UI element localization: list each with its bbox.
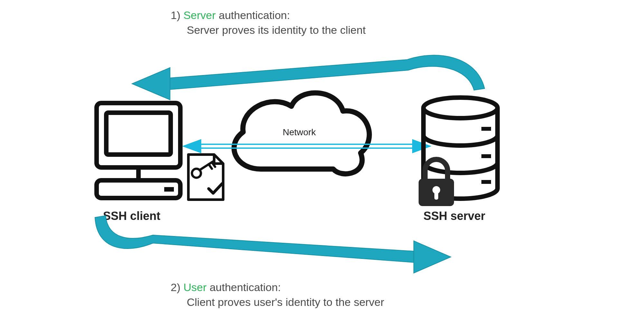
svg-point-15 — [423, 98, 497, 118]
artwork-layer — [0, 0, 644, 322]
computer-icon — [97, 103, 180, 198]
svg-marker-0 — [132, 68, 170, 100]
key-file-icon — [188, 155, 223, 200]
svg-marker-4 — [182, 139, 201, 153]
cloud-icon — [234, 93, 369, 174]
lock-icon — [419, 159, 454, 206]
arrow-client-to-server — [95, 216, 451, 273]
svg-rect-7 — [106, 113, 171, 155]
svg-rect-23 — [434, 192, 438, 200]
svg-marker-1 — [414, 241, 451, 273]
ssh-auth-diagram: 1) Server authentication: Server proves … — [0, 0, 644, 322]
network-connection-arrow — [182, 139, 431, 153]
